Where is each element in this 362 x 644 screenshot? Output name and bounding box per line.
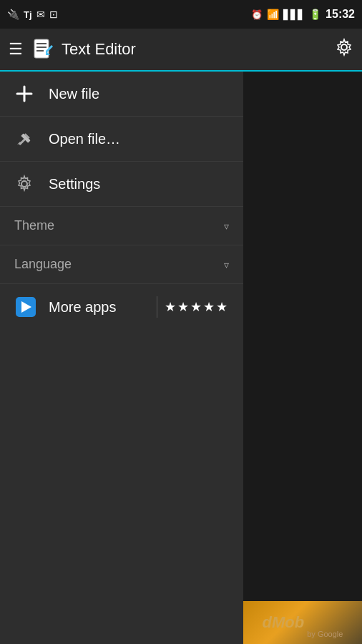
more-apps-item[interactable]: More apps ★★★★★ [0, 284, 243, 330]
signal-icon: ▋▋▋ [283, 9, 305, 20]
inbox-icon: ⊡ [49, 9, 58, 20]
nav-drawer: New file Open file… [0, 72, 243, 644]
status-time: 15:32 [326, 8, 355, 21]
open-file-icon [14, 130, 34, 148]
more-apps-label: More apps [49, 299, 150, 316]
vertical-divider [157, 296, 157, 318]
settings-icon[interactable] [335, 38, 353, 61]
theme-item[interactable]: Theme ▿ [0, 207, 243, 245]
settings-item[interactable]: Settings [0, 162, 243, 207]
settings-menu-icon [14, 175, 34, 193]
hamburger-icon[interactable]: ☰ [9, 40, 23, 59]
open-file-label: Open file… [49, 131, 120, 147]
new-file-item[interactable]: New file [0, 72, 243, 117]
settings-label: Settings [49, 176, 100, 192]
status-right-icons: ⏰ 📶 ▋▋▋ 🔋 15:32 [251, 8, 355, 21]
wifi-icon: 📶 [267, 9, 279, 20]
app-title: Text Editor [62, 40, 335, 59]
app-bar: ☰ Text Editor [0, 29, 362, 72]
new-file-label: New file [49, 86, 99, 102]
right-panel: dMob by Google [243, 72, 362, 644]
status-bar: 🔌 Tj ✉ ⊡ ⏰ 📶 ▋▋▋ 🔋 15:32 [0, 0, 362, 29]
admob-sub: by Google [307, 630, 343, 638]
svg-point-12 [21, 181, 27, 187]
theme-label: Theme [14, 218, 54, 233]
text-icon: Tj [24, 9, 32, 20]
open-file-item[interactable]: Open file… [0, 117, 243, 162]
admob-banner: dMob by Google [243, 601, 362, 644]
admob-text: dMob [263, 613, 305, 632]
language-item[interactable]: Language ▿ [0, 245, 243, 284]
main-layout: New file Open file… [0, 72, 362, 644]
svg-rect-0 [34, 39, 49, 58]
language-arrow-icon: ▿ [224, 259, 229, 270]
app-logo-icon [31, 38, 54, 61]
alarm-icon: ⏰ [251, 9, 263, 20]
email-icon: ✉ [36, 9, 45, 20]
star-rating: ★★★★★ [165, 299, 229, 315]
language-label: Language [14, 257, 72, 272]
play-store-icon [14, 296, 37, 318]
svg-point-5 [341, 44, 347, 50]
battery-icon: 🔋 [309, 9, 321, 20]
status-left-icons: 🔌 Tj ✉ ⊡ [7, 9, 58, 20]
usb-icon: 🔌 [7, 9, 19, 20]
theme-arrow-icon: ▿ [224, 220, 229, 232]
new-file-icon [14, 84, 34, 103]
